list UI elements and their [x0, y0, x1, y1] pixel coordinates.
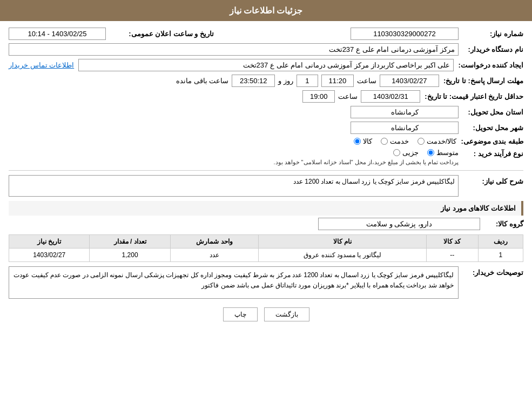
- row-namDastgah: نام دستگاه خریدار: مرکز آموزشی درمانی ام…: [9, 43, 523, 56]
- section-kalaha: اطلاعات کالاهای مورد نیاز: [9, 201, 523, 216]
- row-sharh: شرح کلی نیاز: لیگاکلیپس فرمز سایز کوچک ی…: [9, 175, 523, 197]
- row-noeFarayand: نوع فرآیند خرید : متوسط جزیی پرداخت تمام…: [9, 149, 523, 166]
- shahr-value: کرمانشاه: [351, 122, 459, 134]
- row-shomareNiaz: شماره نیاز: 1103030329000272 تاریخ و ساع…: [9, 28, 523, 40]
- radio-jozei-input[interactable]: [393, 149, 400, 156]
- col-tedad: تعداد / مقدار: [90, 235, 170, 249]
- shomareNiaz-value: 1103030329000272: [235, 28, 459, 40]
- radio-kala-khadamat: کالا/خدمت: [417, 137, 457, 145]
- radio-motavasset: متوسط: [427, 149, 459, 157]
- ijadKonande-label: ایجاد کننده درخواست:: [454, 61, 523, 69]
- radio-kala-khadamat-input[interactable]: [417, 138, 425, 145]
- ijadKonande-input: علی اکبر براخاصی کاربرداز مرکز آموزشی در…: [78, 59, 454, 71]
- groheKala-label: گروه کالا:: [480, 220, 523, 228]
- mohlat-values: 1403/02/27 ساعت 11:20 1 روز و 23:50:12 س…: [176, 75, 439, 87]
- goods-table: ردیف کد کالا نام کالا واحد شمارش تعداد /…: [9, 234, 523, 262]
- radio-kala-label: کالا: [363, 137, 372, 145]
- tabaghe-label: طبقه بندی موضوعی:: [456, 137, 523, 145]
- tosiyeh-value: لیگاکلیپس فرمز سایز کوچک یا زرد اسمال به…: [9, 266, 459, 299]
- namDastgah-value: مرکز آموزشی درمانی امام علی ع 237تخت: [9, 43, 459, 56]
- radio-khadamat: خدمت: [381, 137, 409, 145]
- page-header: جزئیات اطلاعات نیاز: [0, 0, 532, 21]
- cell-tedad: 1,200: [90, 249, 170, 262]
- etelaat-tamas-link[interactable]: اطلاعات تماس خریدار: [9, 61, 74, 69]
- back-button[interactable]: بازگشت: [264, 307, 309, 321]
- cell-vahed: عدد: [170, 249, 258, 262]
- hadaq-date: 1403/02/31: [361, 90, 420, 103]
- cell-name: لیگاتور یا مسدود کننده عروق: [259, 249, 427, 262]
- radio-jozei-label: جزیی: [402, 149, 419, 157]
- col-kod: کد کالا: [427, 235, 479, 249]
- goods-table-header-row: ردیف کد کالا نام کالا واحد شمارش تعداد /…: [9, 235, 523, 249]
- radio-khadamat-input[interactable]: [381, 138, 388, 145]
- namDastgah-label: نام دستگاه خریدار:: [459, 45, 523, 53]
- sharh-label: شرح کلی نیاز:: [459, 175, 523, 185]
- page-wrapper: جزئیات اطلاعات نیاز شماره نیاز: 11030303…: [0, 0, 532, 396]
- sharh-input-wrap: لیگاکلیپس فرمز سایز کوچک یا زرد اسمال به…: [9, 175, 459, 197]
- farayand-radio-group: متوسط جزیی: [9, 149, 459, 157]
- table-row: 1--لیگاتور یا مسدود کننده عروقعدد1,20014…: [9, 249, 523, 262]
- page-title: جزئیات اطلاعات نیاز: [230, 6, 303, 15]
- goods-table-body: 1--لیگاتور یا مسدود کننده عروقعدد1,20014…: [9, 249, 523, 262]
- col-radif: ردیف: [478, 235, 523, 249]
- tabaghe-radio-group: کالا/خدمت خدمت کالا: [354, 137, 457, 145]
- row-groheKala: گروه کالا: دارو، پزشکی و سلامت: [9, 218, 523, 230]
- tarikhElan-label: تاریخ و ساعت اعلان عمومی:: [127, 30, 214, 38]
- cell-radif: 1: [478, 249, 523, 262]
- ostan-label: استان محل تحویل:: [459, 108, 523, 116]
- cell-tarikh: 1403/02/27: [9, 249, 90, 262]
- content-area: شماره نیاز: 1103030329000272 تاریخ و ساع…: [0, 21, 532, 337]
- mohlat-time: 11:20: [321, 75, 354, 87]
- row-ijadKonande: ایجاد کننده درخواست: علی اکبر براخاصی کا…: [9, 59, 523, 71]
- radio-kala: کالا: [354, 137, 372, 145]
- mohlat-time-label: ساعت: [357, 77, 376, 85]
- radio-motavasset-label: متوسط: [436, 149, 459, 157]
- noeFarayand-label: نوع فرآیند خرید :: [459, 149, 523, 158]
- ostan-value: کرمانشاه: [351, 106, 459, 118]
- mohlat-roz: 1: [297, 75, 318, 87]
- sharh-input: لیگاکلیپس فرمز سایز کوچک یا زرد اسمال به…: [9, 175, 459, 197]
- mohlat-roz-label: روز و: [278, 77, 293, 85]
- row-tosiyeh: توصیحات خریدار: لیگاکلیپس فرمز سایز کوچک…: [9, 266, 523, 299]
- shomareNiaz-label: شماره نیاز:: [459, 30, 523, 38]
- row-hadaq: حداقل تاریخ اعتبار قیمت: تا تاریخ: 1403/…: [9, 90, 523, 103]
- goods-table-head: ردیف کد کالا نام کالا واحد شمارش تعداد /…: [9, 235, 523, 249]
- col-name: نام کالا: [259, 235, 427, 249]
- row-mohlat: مهلت ارسال پاسخ: تا تاریخ: 1403/02/27 سا…: [9, 75, 523, 87]
- radio-motavasset-input[interactable]: [427, 149, 434, 156]
- noeFarayand-right: متوسط جزیی پرداخت تمام یا بخشی از مبلغ خ…: [9, 149, 459, 166]
- tarikhElan-input: 1403/02/25 - 10:14: [9, 28, 106, 40]
- print-button[interactable]: چاپ: [223, 307, 258, 321]
- tarikhElan-value: 1403/02/25 - 10:14: [9, 28, 106, 40]
- row-shahr: شهر محل تحویل: کرمانشاه: [9, 122, 523, 134]
- divider-1: [9, 170, 523, 171]
- mohlat-baghimande: 23:50:12: [232, 75, 275, 87]
- mohlat-baghimande-label: ساعت باقی مانده: [176, 77, 228, 85]
- mohlat-date: 1403/02/27: [380, 75, 439, 87]
- radio-jozei: جزیی: [393, 149, 419, 157]
- farayand-note: پرداخت تمام یا بخشی از مبلغ خرید،از محل …: [9, 159, 459, 166]
- cell-kod: --: [427, 249, 479, 262]
- namDastgah-input: مرکز آموزشی درمانی امام علی ع 237تخت: [9, 43, 459, 56]
- shomareNiaz-input: 1103030329000272: [351, 28, 459, 40]
- row-ostan: استان محل تحویل: کرمانشاه: [9, 106, 523, 118]
- radio-khadamat-label: خدمت: [390, 137, 409, 145]
- hadaq-time-label: ساعت: [338, 92, 358, 100]
- mohlat-label: مهلت ارسال پاسخ: تا تاریخ:: [439, 77, 523, 85]
- radio-kala-khadamat-label: کالا/خدمت: [427, 137, 457, 145]
- shahr-label: شهر محل تحویل:: [459, 124, 523, 132]
- hadaq-time: 19:00: [302, 90, 335, 103]
- hadaq-label: حداقل تاریخ اعتبار قیمت: تا تاریخ:: [420, 92, 523, 100]
- col-tarikh: تاریخ نیاز: [9, 235, 90, 249]
- radio-kala-input[interactable]: [354, 138, 361, 145]
- ijadKonande-row: علی اکبر براخاصی کاربرداز مرکز آموزشی در…: [9, 59, 454, 71]
- hadaq-values: 1403/02/31 ساعت 19:00: [302, 90, 420, 103]
- col-vahed: واحد شمارش: [170, 235, 258, 249]
- tosiyeh-label: توصیحات خریدار:: [459, 266, 523, 277]
- button-row: بازگشت چاپ: [9, 307, 523, 321]
- row-tabaghe: طبقه بندی موضوعی: کالا/خدمت خدمت کالا: [9, 137, 523, 145]
- groheKala-value: دارو، پزشکی و سلامت: [318, 218, 480, 230]
